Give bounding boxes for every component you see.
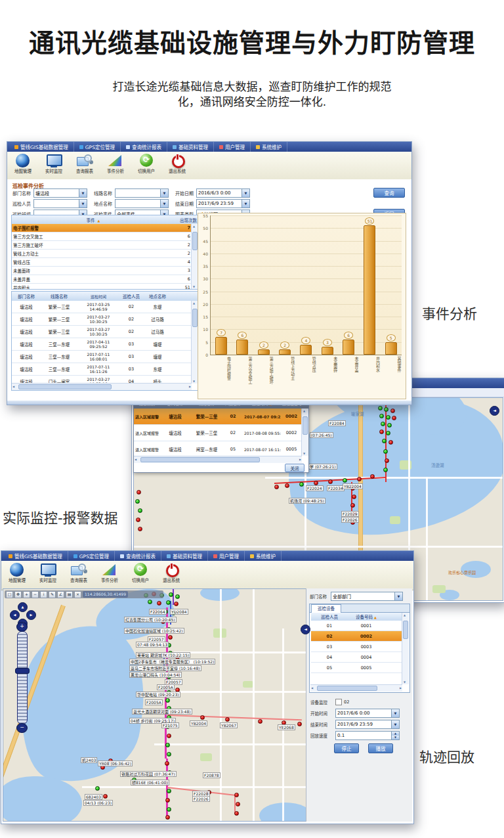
event-row[interactable]: 管线上方动土2 [12, 250, 192, 258]
map-marker-red[interactable] [350, 503, 355, 508]
alarm-row[interactable]: 进入区域报警塘沽段闸室—东堤052017-08-07 16:11:280005 [134, 441, 302, 456]
detail-header-cell[interactable]: 巡检人员 [119, 293, 143, 299]
toolbar-button[interactable]: 切换用户 [127, 562, 154, 583]
map-marker-green[interactable] [95, 786, 100, 791]
map-marker-green[interactable] [383, 449, 388, 454]
map-marker-red[interactable] [314, 481, 318, 485]
menu-item[interactable]: 基础资料管理 [161, 551, 208, 561]
map-marker-red[interactable] [138, 527, 142, 531]
map-marker-green[interactable] [167, 789, 171, 793]
collapse-panel-button[interactable]: ◄ [490, 406, 499, 416]
map-marker-red[interactable] [174, 602, 178, 606]
map-marker-green[interactable] [387, 423, 392, 428]
patrol-row[interactable]: 塘沽段繁荣—三堡2017-03-27 10:30:2502过马路 [12, 313, 192, 326]
patrol-row[interactable]: 塘沽段繁荣—三堡2017-03-25 14:46:5902东堤 [12, 301, 192, 313]
event-row[interactable]: 电子围栏报警7 [12, 224, 192, 232]
department-select[interactable]: 全部部门 ▼ [331, 592, 403, 601]
map-marker-green[interactable] [175, 594, 180, 599]
spinner-control[interactable]: ▲▼ [391, 732, 399, 739]
playback-map[interactable]: □✥+−i✎∠▤× 114.28606,30.41499 ▲ ▼ ◀ ▶ + −… [3, 588, 306, 822]
chevron-down-icon[interactable]: ▼ [394, 592, 402, 600]
patrol-row[interactable]: 塘沽段三堡—东堤2017-07-11 16:11:2603东堤 [12, 363, 192, 376]
pan-up-button[interactable]: ▲ [18, 602, 28, 612]
tab-patrol-device[interactable]: 巡检设备 [311, 604, 341, 613]
map-tool-layers-icon[interactable]: ▤ [66, 591, 73, 598]
collapse-panel-button[interactable]: ◄ [301, 625, 310, 634]
event-row[interactable]: 井内积水51 [12, 284, 192, 289]
map-marker-red[interactable] [285, 483, 289, 488]
map-marker-red[interactable] [165, 815, 170, 820]
menu-item[interactable]: 用户管理 [208, 551, 245, 561]
scrollbar-thumb[interactable] [192, 309, 198, 327]
toolbar-button[interactable]: 事件分析 [96, 562, 123, 583]
map-marker-green[interactable] [343, 478, 347, 483]
events-header-count[interactable]: 出现次数 [175, 217, 198, 223]
detail-header-cell[interactable]: 部门名称 [12, 293, 41, 299]
map-marker-green[interactable] [138, 508, 142, 513]
stop-button[interactable]: 停止 [334, 743, 359, 753]
toolbar-button[interactable]: 实时监控 [41, 152, 67, 174]
map-marker-green[interactable] [165, 743, 170, 747]
toolbar-button[interactable]: 查询报表 [72, 152, 98, 174]
menu-item[interactable]: 查询统计报表 [115, 551, 161, 561]
bar[interactable] [364, 225, 375, 355]
bar[interactable] [322, 347, 333, 355]
zoom-out-button[interactable]: − [16, 723, 28, 733]
horizontal-scrollbar[interactable] [134, 456, 302, 463]
scrollbar-thumb[interactable] [140, 457, 260, 462]
map-marker-green[interactable] [379, 414, 384, 418]
spinner-down-icon[interactable]: ▼ [392, 736, 399, 739]
menu-item[interactable]: 用户管理 [214, 142, 251, 152]
map-marker-red[interactable] [390, 408, 395, 413]
vertical-scrollbar[interactable] [301, 408, 308, 456]
patrol-row[interactable]: 塘沽段三堡—东堤2017-07-11 16:08:0103塘堤 [12, 351, 192, 363]
map-marker-red[interactable] [136, 490, 141, 495]
bar[interactable] [215, 337, 227, 355]
toolbar-button[interactable]: 事件分析 [102, 152, 129, 174]
event-row[interactable]: 第三方施工破坏2 [12, 241, 192, 250]
device-row[interactable]: 040004 [311, 652, 402, 663]
detail-header-cell[interactable]: 地点名称 [143, 293, 172, 299]
horizontal-scrollbar[interactable] [310, 684, 402, 692]
map-marker-red[interactable] [388, 440, 393, 445]
device-header-device[interactable]: 设备号码▲ [348, 613, 385, 620]
map-marker-red[interactable] [167, 734, 171, 738]
map-marker-green[interactable] [167, 807, 171, 812]
event-row[interactable]: 第三方交叉施工6 [12, 232, 192, 241]
map-marker-red[interactable] [328, 479, 333, 484]
toolbar-button[interactable]: 实时监控 [35, 562, 61, 583]
events-header-event[interactable]: 事件 ▲ [12, 217, 175, 223]
bar[interactable] [343, 340, 354, 355]
event-row[interactable]: 未盖井盖6 [12, 275, 192, 284]
end-time-input[interactable]: 2017/6/9 23:59 ▼ [335, 720, 400, 729]
scrollbar-thumb[interactable] [317, 686, 377, 691]
device-row[interactable]: 020002 [311, 631, 402, 642]
bar[interactable] [236, 340, 248, 355]
scrollbar-thumb[interactable] [192, 232, 198, 250]
alarm-row[interactable]: 进入区域报警塘沽段繁荣—三堡022017-08-07 09:23:360002 [134, 408, 302, 425]
map-marker-red[interactable] [379, 430, 384, 434]
device-header-person[interactable]: 巡检人员 [311, 613, 348, 620]
zoom-slider-handle[interactable] [15, 668, 30, 674]
filter-input[interactable]: ▼ [33, 199, 87, 208]
filter-input[interactable]: ▼ [115, 199, 169, 208]
alarm-row[interactable]: 进入区域报警塘沽段繁荣—三堡022017-08-08 09:55:180002 [134, 425, 302, 441]
device-row[interactable]: 050005 [311, 663, 402, 673]
map-marker-red[interactable] [234, 811, 239, 816]
horizontal-scrollbar[interactable] [12, 383, 192, 390]
device-row[interactable]: 010001 [311, 621, 402, 631]
pan-right-button[interactable]: ▶ [26, 610, 36, 620]
map-marker-red[interactable] [274, 485, 279, 489]
bar[interactable] [258, 349, 270, 355]
map-marker-red[interactable] [136, 518, 140, 522]
close-button[interactable]: 关闭 [285, 464, 304, 472]
toolbar-button[interactable]: 查询报表 [66, 562, 92, 583]
filter-input[interactable]: 2016/6/3 0:00▼ [196, 188, 250, 198]
vertical-scrollbar[interactable] [402, 613, 409, 684]
map-marker-green[interactable] [381, 422, 385, 426]
device-row[interactable]: 030003 [311, 642, 402, 652]
map-marker-red[interactable] [392, 416, 396, 420]
menu-item[interactable]: 系统维护 [251, 142, 287, 152]
map-marker-red[interactable] [200, 715, 205, 720]
event-row[interactable]: 管线占压4 [12, 258, 192, 267]
